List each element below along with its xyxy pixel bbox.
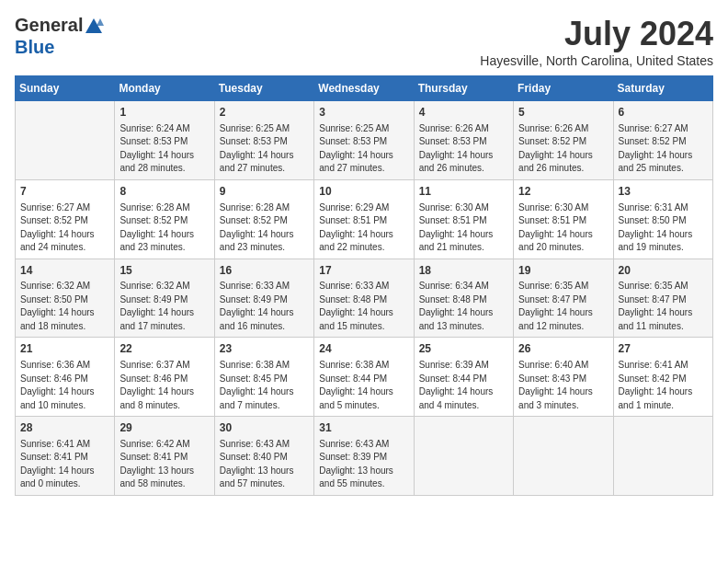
day-number: 2 — [220, 105, 309, 121]
month-year: July 2024 — [480, 15, 713, 53]
day-info: Sunrise: 6:37 AMSunset: 8:46 PMDaylight:… — [119, 359, 209, 412]
day-header-saturday: Saturday — [613, 76, 712, 101]
calendar-cell: 5Sunrise: 6:26 AMSunset: 8:52 PMDaylight… — [514, 101, 613, 180]
day-header-tuesday: Tuesday — [214, 76, 313, 101]
day-info: Sunrise: 6:24 AMSunset: 8:53 PMDaylight:… — [119, 122, 209, 176]
day-info: Sunrise: 6:32 AMSunset: 8:50 PMDaylight:… — [20, 280, 109, 333]
calendar-cell: 25Sunrise: 6:39 AMSunset: 8:44 PMDayligh… — [414, 338, 513, 417]
day-header-wednesday: Wednesday — [314, 76, 414, 101]
calendar-cell — [16, 101, 115, 180]
day-number: 22 — [119, 341, 209, 357]
calendar-cell: 24Sunrise: 6:38 AMSunset: 8:44 PMDayligh… — [314, 338, 414, 417]
day-info: Sunrise: 6:26 AMSunset: 8:53 PMDaylight:… — [419, 122, 508, 176]
day-info: Sunrise: 6:27 AMSunset: 8:52 PMDaylight:… — [619, 122, 708, 176]
calendar-cell: 26Sunrise: 6:40 AMSunset: 8:43 PMDayligh… — [514, 338, 613, 417]
day-number: 28 — [20, 420, 109, 436]
day-number: 25 — [419, 341, 508, 357]
calendar-cell: 22Sunrise: 6:37 AMSunset: 8:46 PMDayligh… — [115, 338, 214, 417]
day-header-monday: Monday — [115, 76, 214, 101]
day-number: 30 — [220, 420, 309, 436]
calendar-cell: 14Sunrise: 6:32 AMSunset: 8:50 PMDayligh… — [16, 259, 115, 338]
day-info: Sunrise: 6:25 AMSunset: 8:53 PMDaylight:… — [220, 122, 309, 176]
logo-icon — [84, 17, 104, 37]
calendar-cell: 30Sunrise: 6:43 AMSunset: 8:40 PMDayligh… — [214, 417, 313, 496]
day-info: Sunrise: 6:42 AMSunset: 8:41 PMDaylight:… — [119, 438, 209, 491]
calendar-cell: 2Sunrise: 6:25 AMSunset: 8:53 PMDaylight… — [214, 101, 313, 180]
calendar-cell: 9Sunrise: 6:28 AMSunset: 8:52 PMDaylight… — [214, 179, 313, 259]
day-number: 5 — [518, 105, 608, 121]
day-number: 13 — [619, 184, 708, 200]
day-number: 29 — [119, 420, 209, 436]
week-row-4: 21Sunrise: 6:36 AMSunset: 8:46 PMDayligh… — [16, 338, 713, 417]
week-row-1: 1Sunrise: 6:24 AMSunset: 8:53 PMDaylight… — [16, 101, 713, 180]
day-info: Sunrise: 6:39 AMSunset: 8:44 PMDaylight:… — [419, 359, 508, 412]
day-number: 11 — [419, 184, 508, 200]
day-info: Sunrise: 6:27 AMSunset: 8:52 PMDaylight:… — [20, 201, 109, 255]
day-info: Sunrise: 6:32 AMSunset: 8:49 PMDaylight:… — [119, 280, 209, 333]
logo: General Blue — [15, 15, 105, 58]
day-info: Sunrise: 6:38 AMSunset: 8:45 PMDaylight:… — [220, 359, 309, 412]
day-info: Sunrise: 6:30 AMSunset: 8:51 PMDaylight:… — [419, 201, 508, 255]
week-row-5: 28Sunrise: 6:41 AMSunset: 8:41 PMDayligh… — [16, 417, 713, 496]
calendar-cell: 18Sunrise: 6:34 AMSunset: 8:48 PMDayligh… — [414, 259, 513, 338]
day-info: Sunrise: 6:25 AMSunset: 8:53 PMDaylight:… — [319, 122, 408, 176]
day-info: Sunrise: 6:28 AMSunset: 8:52 PMDaylight:… — [119, 201, 209, 255]
day-info: Sunrise: 6:30 AMSunset: 8:51 PMDaylight:… — [518, 201, 608, 255]
day-number: 9 — [220, 184, 309, 200]
day-info: Sunrise: 6:28 AMSunset: 8:52 PMDaylight:… — [220, 201, 309, 255]
calendar-cell: 6Sunrise: 6:27 AMSunset: 8:52 PMDaylight… — [613, 101, 712, 180]
page-header: General Blue July 2024 Hayesville, North… — [15, 15, 713, 68]
calendar-cell — [613, 417, 712, 496]
week-row-3: 14Sunrise: 6:32 AMSunset: 8:50 PMDayligh… — [16, 259, 713, 338]
calendar-cell: 7Sunrise: 6:27 AMSunset: 8:52 PMDaylight… — [16, 179, 115, 259]
calendar-cell: 31Sunrise: 6:43 AMSunset: 8:39 PMDayligh… — [314, 417, 414, 496]
calendar-cell: 13Sunrise: 6:31 AMSunset: 8:50 PMDayligh… — [613, 179, 712, 259]
day-number: 24 — [319, 341, 408, 357]
day-info: Sunrise: 6:36 AMSunset: 8:46 PMDaylight:… — [20, 359, 109, 412]
calendar-cell: 20Sunrise: 6:35 AMSunset: 8:47 PMDayligh… — [613, 259, 712, 338]
week-row-2: 7Sunrise: 6:27 AMSunset: 8:52 PMDaylight… — [16, 179, 713, 259]
calendar-cell: 23Sunrise: 6:38 AMSunset: 8:45 PMDayligh… — [214, 338, 313, 417]
day-number: 6 — [619, 105, 708, 121]
day-number: 23 — [220, 341, 309, 357]
calendar-cell: 11Sunrise: 6:30 AMSunset: 8:51 PMDayligh… — [414, 179, 513, 259]
location: Hayesville, North Carolina, United State… — [480, 53, 713, 68]
header-row: SundayMondayTuesdayWednesdayThursdayFrid… — [16, 76, 713, 101]
logo-blue: Blue — [15, 37, 54, 57]
day-number: 8 — [119, 184, 209, 200]
day-info: Sunrise: 6:26 AMSunset: 8:52 PMDaylight:… — [518, 122, 608, 176]
day-number: 21 — [20, 341, 109, 357]
day-number: 26 — [518, 341, 608, 357]
day-number: 31 — [319, 420, 408, 436]
day-info: Sunrise: 6:33 AMSunset: 8:48 PMDaylight:… — [319, 280, 408, 333]
calendar-cell: 21Sunrise: 6:36 AMSunset: 8:46 PMDayligh… — [16, 338, 115, 417]
day-number: 3 — [319, 105, 408, 121]
day-number: 7 — [20, 184, 109, 200]
day-info: Sunrise: 6:40 AMSunset: 8:43 PMDaylight:… — [518, 359, 608, 412]
day-number: 20 — [619, 263, 708, 279]
calendar-cell: 27Sunrise: 6:41 AMSunset: 8:42 PMDayligh… — [613, 338, 712, 417]
day-header-sunday: Sunday — [16, 76, 115, 101]
day-info: Sunrise: 6:31 AMSunset: 8:50 PMDaylight:… — [619, 201, 708, 255]
day-number: 16 — [220, 263, 309, 279]
day-info: Sunrise: 6:34 AMSunset: 8:48 PMDaylight:… — [419, 280, 508, 333]
calendar-cell: 8Sunrise: 6:28 AMSunset: 8:52 PMDaylight… — [115, 179, 214, 259]
day-info: Sunrise: 6:35 AMSunset: 8:47 PMDaylight:… — [619, 280, 708, 333]
logo-general: General — [15, 15, 83, 35]
calendar-cell: 10Sunrise: 6:29 AMSunset: 8:51 PMDayligh… — [314, 179, 414, 259]
day-info: Sunrise: 6:43 AMSunset: 8:40 PMDaylight:… — [220, 438, 309, 491]
day-number: 27 — [619, 341, 708, 357]
calendar-cell: 1Sunrise: 6:24 AMSunset: 8:53 PMDaylight… — [115, 101, 214, 180]
calendar-cell — [514, 417, 613, 496]
day-number: 19 — [518, 263, 608, 279]
day-info: Sunrise: 6:33 AMSunset: 8:49 PMDaylight:… — [220, 280, 309, 333]
calendar-cell: 29Sunrise: 6:42 AMSunset: 8:41 PMDayligh… — [115, 417, 214, 496]
calendar-cell: 16Sunrise: 6:33 AMSunset: 8:49 PMDayligh… — [214, 259, 313, 338]
day-number: 10 — [319, 184, 408, 200]
title-block: July 2024 Hayesville, North Carolina, Un… — [480, 15, 713, 68]
calendar-cell: 3Sunrise: 6:25 AMSunset: 8:53 PMDaylight… — [314, 101, 414, 180]
calendar-cell: 12Sunrise: 6:30 AMSunset: 8:51 PMDayligh… — [514, 179, 613, 259]
calendar-table: SundayMondayTuesdayWednesdayThursdayFrid… — [15, 75, 713, 496]
day-number: 17 — [319, 263, 408, 279]
calendar-cell: 28Sunrise: 6:41 AMSunset: 8:41 PMDayligh… — [16, 417, 115, 496]
